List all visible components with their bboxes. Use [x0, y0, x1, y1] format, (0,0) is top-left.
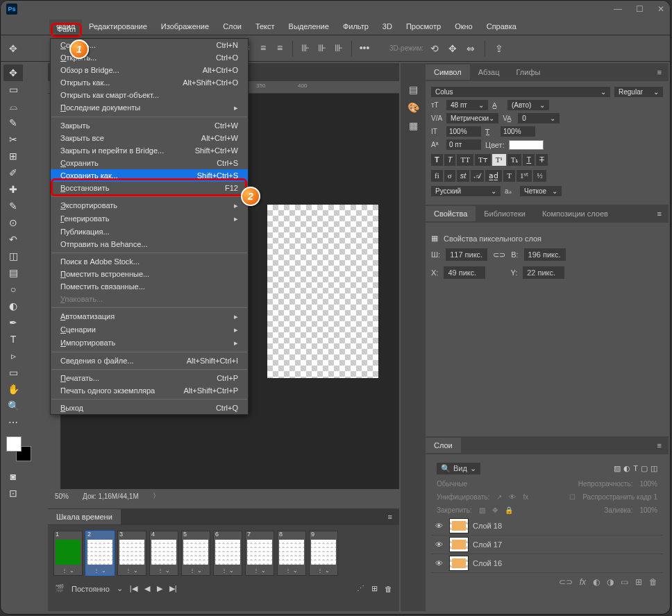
visibility-icon[interactable]: 👁	[435, 559, 445, 567]
blend-mode-select[interactable]: Обычные	[437, 480, 467, 488]
eyedropper-tool[interactable]: ✐	[3, 164, 23, 181]
tween-icon[interactable]: ⋰	[357, 584, 364, 593]
blur-tool[interactable]: ○	[3, 281, 23, 298]
italic-button[interactable]: T	[444, 154, 456, 166]
menu-item--[interactable]: Открыть как...Alt+Shift+Ctrl+O	[51, 76, 248, 89]
filter-pixel-icon[interactable]: ▨	[614, 464, 621, 473]
color-swatch[interactable]	[6, 436, 31, 461]
opacity-input[interactable]: 100%	[639, 480, 657, 488]
filter-type-icon[interactable]: T	[633, 464, 638, 472]
tab-layercomps[interactable]: Композиции слоев	[534, 206, 616, 221]
panel-menu-icon[interactable]: ≡	[650, 441, 669, 450]
swatches-icon[interactable]: ▦	[409, 120, 418, 131]
timeline-frame-5[interactable]: 5⋮ ⌄	[181, 531, 210, 576]
font-size-input[interactable]: 48 пт⌄	[446, 100, 488, 110]
hscale-input[interactable]: 100%	[501, 126, 535, 137]
tab-character[interactable]: Символ	[426, 65, 470, 80]
color-icon[interactable]: 🎨	[408, 102, 419, 113]
menu-image[interactable]: Изображение	[154, 19, 216, 33]
edit-toolbar[interactable]: ⋯	[3, 414, 23, 431]
menu-item--[interactable]: Закрыть всеAlt+Ctrl+W	[51, 132, 248, 144]
menu-item--bridge-[interactable]: Обзор в Bridge...Alt+Ctrl+O	[51, 64, 248, 76]
menu-item--[interactable]: СохранитьCtrl+S	[51, 157, 248, 169]
menu-item--[interactable]: Автоматизация▸	[51, 310, 248, 323]
visibility-icon[interactable]: 👁	[435, 540, 445, 549]
propagate-label[interactable]: Распространить кадр 1	[582, 493, 657, 501]
brush-tool[interactable]: ✎	[3, 198, 23, 214]
play-icon[interactable]: ▶	[157, 584, 162, 593]
kerning-input[interactable]: Метрически⌄	[446, 113, 498, 123]
filter-smart-icon[interactable]: ◫	[650, 464, 657, 473]
marquee-tool[interactable]: ▭	[3, 81, 23, 98]
more-icon[interactable]: •••	[358, 41, 371, 55]
artboard[interactable]	[267, 205, 378, 378]
height-input[interactable]: 196 пикс.	[524, 248, 566, 261]
oldstyle-button[interactable]: σ	[444, 170, 455, 182]
x-input[interactable]: 49 пикс.	[444, 266, 485, 279]
distribute-icon[interactable]: ⊪	[315, 41, 329, 55]
timeline-frame-2[interactable]: 2⋮ ⌄	[85, 531, 115, 576]
menu-item--[interactable]: ВыходCtrl+Q	[51, 402, 248, 414]
language-select[interactable]: Русский⌄	[431, 186, 501, 196]
menu-window[interactable]: Окно	[448, 19, 480, 33]
histogram-icon[interactable]: ▤	[409, 84, 418, 95]
layer-row[interactable]: 👁 Слой 18	[431, 517, 663, 536]
group-icon[interactable]: ▭	[621, 577, 628, 587]
unify-style-icon[interactable]: fx	[523, 493, 528, 501]
baseline-input[interactable]: 0 пт	[446, 139, 481, 150]
menu-item--[interactable]: Генерировать▸	[51, 212, 248, 225]
menu-item--[interactable]: Печать одного экземпляраAlt+Shift+Ctrl+P	[51, 384, 248, 397]
quickmask-tool[interactable]: ◙	[3, 468, 23, 485]
visibility-icon[interactable]: 👁	[435, 522, 445, 530]
layer-mask-icon[interactable]: ◐	[593, 577, 600, 587]
lock-pixels-icon[interactable]: ▨	[479, 506, 485, 514]
menu-layer[interactable]: Слои	[216, 19, 249, 33]
3d-orbit-icon[interactable]: ⟲	[428, 42, 442, 55]
gradient-tool[interactable]: ▤	[3, 264, 23, 281]
layer-name[interactable]: Слой 16	[473, 559, 502, 567]
lock-position-icon[interactable]: ✥	[492, 506, 498, 514]
font-family-select[interactable]: Colus⌄	[431, 87, 610, 97]
new-frame-icon[interactable]: ⊞	[371, 584, 378, 593]
screenmode-tool[interactable]: ⊡	[3, 485, 23, 502]
stamp-tool[interactable]: ⊙	[3, 214, 23, 231]
quick-select-tool[interactable]: ✎	[3, 114, 23, 131]
minimize-button[interactable]: —	[614, 4, 622, 14]
menu-item--[interactable]: Публикация...	[51, 225, 248, 238]
menu-item--bridge-[interactable]: Закрыть и перейти в Bridge...Shift+Ctrl+…	[51, 144, 248, 157]
adjustment-icon[interactable]: ◑	[607, 577, 614, 587]
align-center-icon[interactable]: ≡	[256, 41, 270, 55]
eraser-tool[interactable]: ◫	[3, 248, 23, 264]
timeline-frame-9[interactable]: 9⋮ ⌄	[309, 531, 338, 576]
zoom-tool[interactable]: 🔍	[3, 397, 23, 414]
menu-item--[interactable]: Импортировать▸	[51, 336, 248, 350]
timeline-frame-6[interactable]: 6⋮ ⌄	[213, 531, 242, 576]
y-input[interactable]: 22 пикс.	[523, 266, 564, 279]
3d-pan-icon[interactable]: ✥	[446, 42, 460, 55]
menu-3d[interactable]: 3D	[376, 19, 399, 33]
menu-item--[interactable]: Экспортировать▸	[51, 199, 248, 212]
layer-row[interactable]: 👁 Слой 17	[431, 536, 663, 554]
close-button[interactable]: ✕	[657, 4, 664, 14]
zoom-level[interactable]: 50%	[55, 493, 69, 500]
lasso-tool[interactable]: ⌓	[3, 98, 23, 114]
layer-name[interactable]: Слой 17	[473, 540, 502, 549]
menu-view[interactable]: Просмотр	[399, 19, 448, 33]
unify-visibility-icon[interactable]: 👁	[509, 493, 516, 501]
antialias-select[interactable]: Четкое⌄	[520, 186, 562, 196]
layer-row[interactable]: 👁 Слой 16	[431, 554, 663, 573]
subscript-button[interactable]: T₁	[507, 154, 522, 166]
loop-select[interactable]: Постоянно	[72, 585, 110, 593]
healing-tool[interactable]: ✚	[3, 181, 23, 198]
distribute-icon[interactable]: ⊪	[332, 41, 346, 55]
timeline-frame-1[interactable]: 1⋮ ⌄	[53, 531, 83, 576]
timeline-frame-7[interactable]: 7⋮ ⌄	[245, 531, 274, 576]
menu-item--adobe-stock-[interactable]: Поиск в Adobe Stock...	[51, 255, 248, 268]
timeline-frame-8[interactable]: 8⋮ ⌄	[277, 531, 306, 576]
stylistic-button[interactable]: st	[457, 170, 470, 182]
align-right-icon[interactable]: ≡	[273, 41, 287, 55]
filter-adjust-icon[interactable]: ◐	[623, 464, 630, 473]
link-layers-icon[interactable]: ⊂⊃	[559, 577, 573, 587]
next-frame-icon[interactable]: ▶|	[169, 584, 177, 593]
delete-frame-icon[interactable]: 🗑	[385, 585, 392, 593]
